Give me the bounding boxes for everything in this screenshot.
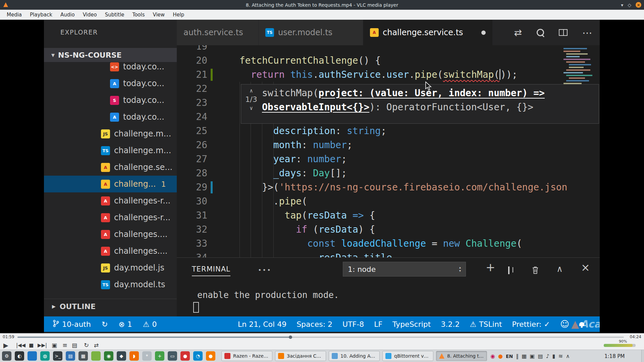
hint-prev-icon[interactable]: ∧ xyxy=(243,87,259,95)
warnings-status[interactable]: ⚠0 xyxy=(143,320,157,328)
code-line[interactable]: 31 tap(resData => { xyxy=(177,208,600,223)
terminal-tab[interactable]: TERMINAL xyxy=(192,265,230,276)
code-editor[interactable]: 1920 fetchCurrentChallenge() {21 return … xyxy=(177,45,600,257)
loop-button[interactable]: ↻ xyxy=(84,340,89,350)
taskbar-window[interactable]: Razen - Razen@1... xyxy=(221,351,272,361)
stop-button[interactable]: ■ xyxy=(29,340,34,350)
app-launcher-icon[interactable]: ⚙ xyxy=(2,351,11,361)
menu-item-tools[interactable]: Tools xyxy=(128,10,149,19)
video-frame[interactable]: EXPLORER ▼ NS-NG-COURSE <>today.co...Ato… xyxy=(0,20,644,333)
new-terminal-icon[interactable]: + xyxy=(486,260,495,274)
explorer-file[interactable]: Atoday.co... xyxy=(44,109,177,125)
taskbar-window[interactable]: qBittorrent v4.2.5 xyxy=(382,351,433,361)
activities-icon[interactable]: ◐ xyxy=(15,351,24,361)
explorer-file[interactable]: Achalleng...1 xyxy=(44,176,177,192)
code-line[interactable]: 26 month: number; xyxy=(177,138,600,152)
menu-item-subtitle[interactable]: Subtitle xyxy=(101,10,128,19)
kill-terminal-icon[interactable] xyxy=(532,266,539,276)
explorer-file[interactable]: Stoday.co... xyxy=(44,92,177,109)
code-line[interactable]: 20 fetchCurrentChallenge() { xyxy=(177,54,600,68)
next-button[interactable]: ▶▶| xyxy=(38,340,47,350)
explorer-file[interactable]: Achallenge.se... xyxy=(44,159,177,176)
code-line[interactable]: 29 }>('https://ns-ng-course.firebaseio.c… xyxy=(177,180,600,194)
git-branch-status[interactable]: 10-auth xyxy=(53,319,91,329)
app-icon-8[interactable] xyxy=(91,351,101,361)
show-desktop-strip[interactable] xyxy=(641,350,644,362)
volume-tray-icon[interactable]: ♪ xyxy=(546,353,549,359)
explorer-file[interactable]: Achallenges.... xyxy=(44,243,177,259)
display-app-icon[interactable]: ▭ xyxy=(168,351,177,361)
app-icon-16[interactable]: ◔ xyxy=(193,351,203,361)
feedback-smiley-icon[interactable]: ☺ xyxy=(560,319,569,329)
app-icon-15[interactable]: ● xyxy=(180,351,190,361)
volume-slider[interactable] xyxy=(604,344,636,347)
clock[interactable]: 1:18 PM xyxy=(604,350,625,362)
explorer-file[interactable]: Achallenges-r... xyxy=(44,192,177,209)
code-line[interactable]: 19 xyxy=(177,45,600,54)
editor-app-icon[interactable]: ▤ xyxy=(66,351,75,361)
code-line[interactable]: 30 .pipe( xyxy=(177,194,600,208)
language-status[interactable]: TypeScript xyxy=(392,320,431,328)
editor-tab[interactable]: auth.service.ts xyxy=(177,20,259,45)
search-icon[interactable] xyxy=(537,29,544,36)
play-button[interactable]: ▶ xyxy=(3,340,8,350)
display-tray-icon[interactable]: ▤ xyxy=(538,353,543,359)
hint-next-icon[interactable]: ∨ xyxy=(243,105,259,112)
app-icon-9[interactable]: ◉ xyxy=(104,351,113,361)
outline-section-row[interactable]: ▶ OUTLINE xyxy=(44,299,177,314)
code-line[interactable]: 33 const loadedChallenge = new Challenge… xyxy=(177,237,600,251)
app-icon-13[interactable]: + xyxy=(155,351,164,361)
cursor-position-status[interactable]: Ln 21, Col 49 xyxy=(238,320,286,328)
browser-app-icon[interactable] xyxy=(28,351,37,361)
terminal-app-icon[interactable]: >_ xyxy=(53,351,62,361)
editor-tab[interactable]: Achallenge.service.ts xyxy=(363,20,493,45)
seek-handle[interactable] xyxy=(289,336,292,339)
taskbar-window[interactable]: 10. Adding Authe... xyxy=(329,351,380,361)
tslint-status[interactable]: ⚠TSLint xyxy=(470,320,502,328)
close-button[interactable]: × xyxy=(636,2,641,8)
close-panel-icon[interactable]: × xyxy=(581,261,590,274)
keyboard-tray-icon[interactable]: ▦ xyxy=(522,353,527,359)
indentation-status[interactable]: Spaces: 2 xyxy=(297,320,332,328)
app-icon-12[interactable]: * xyxy=(142,351,152,361)
open-changes-icon[interactable]: ⇄ xyxy=(514,27,522,38)
encoding-status[interactable]: UTF-8 xyxy=(342,320,364,328)
explorer-file[interactable]: JSday.model.js xyxy=(44,259,177,276)
app-icon-10[interactable]: ◆ xyxy=(117,351,126,361)
network-tray-icon[interactable]: ≋ xyxy=(558,353,563,359)
minimize-button[interactable]: ▾ xyxy=(621,2,623,8)
terminal-shell-select[interactable]: 1: node ▴▾ xyxy=(343,262,466,277)
code-line[interactable]: 32 if (resData) { xyxy=(177,223,600,237)
tray-icon-2[interactable]: ● xyxy=(498,353,503,359)
clipboard-tray-icon[interactable]: ▣ xyxy=(530,353,535,359)
menu-item-audio[interactable]: Audio xyxy=(56,10,79,19)
app-icon-11[interactable]: ◗ xyxy=(129,351,139,361)
playlist-button[interactable]: ▤ xyxy=(72,340,77,350)
explorer-file[interactable]: TSchallenge.m... xyxy=(44,142,177,159)
code-line[interactable]: 25 description: string; xyxy=(177,124,600,138)
split-editor-icon[interactable] xyxy=(559,29,568,36)
previous-button[interactable]: |◀◀ xyxy=(16,340,25,350)
explorer-file[interactable]: <>today.co... xyxy=(44,58,177,75)
menu-item-help[interactable]: Help xyxy=(169,10,188,19)
taskbar-window[interactable]: 8. Attaching the A... xyxy=(436,351,487,361)
menu-item-video[interactable]: Video xyxy=(79,10,101,19)
explorer-file[interactable]: Atoday.co... xyxy=(44,75,177,92)
seek-slider[interactable] xyxy=(17,337,624,338)
explorer-file[interactable]: JSchallenge.m... xyxy=(44,125,177,142)
explorer-file[interactable]: Achallenges.... xyxy=(44,226,177,243)
more-actions-icon[interactable]: ⋯ xyxy=(582,27,592,39)
menu-item-playback[interactable]: Playback xyxy=(26,10,56,19)
menu-item-view[interactable]: View xyxy=(149,10,169,19)
eol-status[interactable]: LF xyxy=(374,320,382,328)
errors-status[interactable]: ⊗1 xyxy=(118,320,132,328)
code-line[interactable]: 34 resData.title, xyxy=(177,251,600,257)
fullscreen-button[interactable]: ▣ xyxy=(52,340,57,350)
split-terminal-icon[interactable] xyxy=(508,266,509,274)
explorer-file[interactable]: Achallenges-r... xyxy=(44,209,177,226)
random-button[interactable]: ⇄ xyxy=(94,340,99,350)
terminal-overflow-icon[interactable]: ••• xyxy=(258,266,272,274)
explorer-file[interactable]: TSday.model.ts xyxy=(44,276,177,293)
app-grid-icon[interactable]: ▦ xyxy=(78,351,88,361)
menu-item-media[interactable]: Media xyxy=(3,10,26,19)
